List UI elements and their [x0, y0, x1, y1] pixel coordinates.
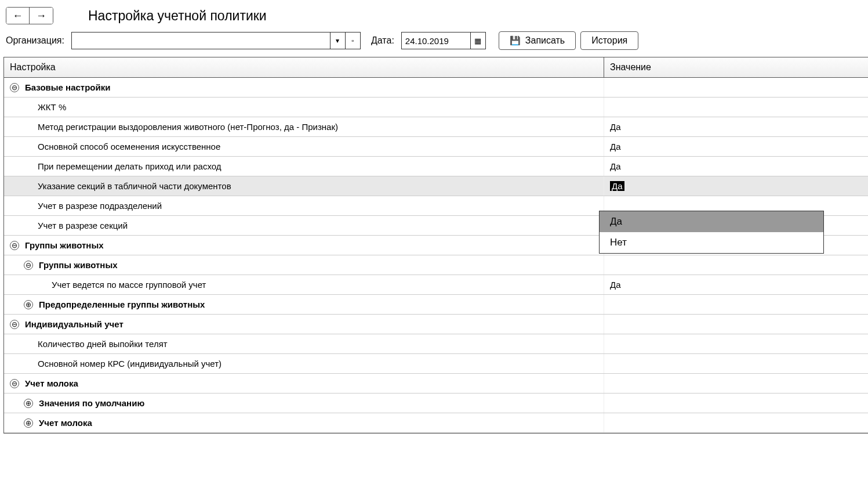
grid-row[interactable]: ⊖Индивидуальный учет: [4, 315, 868, 334]
value-cell[interactable]: [604, 393, 868, 413]
value-text: Да: [610, 122, 621, 132]
grid-row[interactable]: ⊖Группы животных: [4, 255, 868, 275]
setting-cell: Основной номер КРС (индивидуальный учет): [4, 354, 604, 373]
setting-cell: ЖКТ %: [4, 98, 604, 117]
org-open-button[interactable]: ▫: [345, 33, 360, 49]
grid-row[interactable]: ⊕Значения по умолчанию: [4, 393, 868, 413]
setting-cell: ⊖Индивидуальный учет: [4, 315, 604, 334]
setting-label: При перемещении делать приход или расход: [38, 161, 221, 171]
value-cell[interactable]: Да: [604, 117, 868, 136]
value-cell[interactable]: Да: [604, 157, 868, 176]
forward-button[interactable]: →: [30, 8, 53, 24]
value-cell[interactable]: [604, 295, 868, 314]
value-text: Да: [610, 280, 621, 290]
value-cell[interactable]: [604, 354, 868, 373]
arrow-left-icon: ←: [13, 10, 23, 22]
value-cell[interactable]: [604, 413, 868, 432]
expand-icon[interactable]: ⊕: [24, 399, 33, 408]
setting-label: Основной способ осеменения искусственное: [38, 142, 220, 151]
value-dropdown: ДаНет: [599, 211, 824, 254]
collapse-icon[interactable]: ⊖: [10, 83, 19, 92]
value-cell[interactable]: [604, 374, 868, 393]
history-button-label: История: [591, 35, 627, 46]
value-cell[interactable]: [604, 334, 868, 353]
group-label: Учет молока: [39, 418, 92, 428]
value-cell[interactable]: [604, 98, 868, 117]
setting-cell: ⊖Группы животных: [4, 255, 604, 275]
group-label: Значения по умолчанию: [39, 398, 144, 408]
setting-cell: Основной способ осеменения искусственное: [4, 137, 604, 156]
setting-cell: Указание секций в табличной части докуме…: [4, 176, 604, 196]
group-label: Базовые настройки: [25, 82, 110, 92]
setting-cell: Учет ведется по массе групповой учет: [4, 275, 604, 294]
date-picker-button[interactable]: ▦: [470, 33, 485, 49]
grid-row[interactable]: Метод регистрации выздоровления животног…: [4, 117, 868, 137]
org-input[interactable]: [72, 33, 330, 49]
grid-row[interactable]: Основной номер КРС (индивидуальный учет): [4, 354, 868, 374]
setting-cell: ⊕Предопределенные группы животных: [4, 295, 604, 314]
value-cell[interactable]: Да: [604, 275, 868, 294]
value-text: Да: [610, 161, 621, 171]
setting-label: Количество дней выпойки телят: [38, 339, 168, 349]
setting-cell: Учет в разрезе подразделений: [4, 196, 604, 215]
value-cell[interactable]: [604, 255, 868, 275]
setting-cell: ⊖Базовые настройки: [4, 78, 604, 97]
grid-row[interactable]: Количество дней выпойки телят: [4, 334, 868, 354]
date-label: Дата:: [371, 35, 394, 46]
setting-label: Учет ведется по массе групповой учет: [52, 280, 206, 290]
nav-button-group: ← →: [6, 7, 53, 24]
grid-row[interactable]: Учет ведется по массе групповой учетДа: [4, 275, 868, 295]
save-button-label: Записать: [525, 35, 565, 46]
col-header-value[interactable]: Значение: [604, 57, 868, 77]
setting-cell: Учет в разрезе секций: [4, 216, 604, 235]
collapse-icon[interactable]: ⊖: [10, 320, 19, 329]
grid-row[interactable]: ⊖Базовые настройки: [4, 78, 868, 98]
grid-row[interactable]: Основной способ осеменения искусственное…: [4, 137, 868, 157]
setting-label: Указание секций в табличной части докуме…: [38, 181, 231, 191]
save-button[interactable]: 💾 Записать: [499, 31, 576, 50]
grid-row[interactable]: ⊕Учет молока: [4, 413, 868, 433]
setting-cell: Количество дней выпойки телят: [4, 334, 604, 353]
value-cell[interactable]: [604, 78, 868, 97]
group-label: Предопределенные группы животных: [39, 299, 205, 309]
setting-cell: Метод регистрации выздоровления животног…: [4, 117, 604, 136]
dropdown-option[interactable]: Да: [600, 211, 823, 232]
group-label: Группы животных: [25, 240, 104, 250]
expand-icon[interactable]: ⊕: [24, 300, 33, 309]
setting-cell: ⊕Значения по умолчанию: [4, 393, 604, 413]
back-button[interactable]: ←: [6, 8, 30, 24]
grid-row[interactable]: ⊖Учет молока: [4, 374, 868, 393]
setting-cell: ⊕Учет молока: [4, 413, 604, 432]
dropdown-option[interactable]: Нет: [600, 232, 823, 253]
collapse-icon[interactable]: ⊖: [10, 241, 19, 250]
grid-header: Настройка Значение: [4, 57, 868, 78]
setting-cell: ⊖Учет молока: [4, 374, 604, 393]
value-cell[interactable]: Да: [604, 176, 868, 196]
collapse-icon[interactable]: ⊖: [24, 261, 33, 270]
org-dropdown-button[interactable]: ▾: [330, 33, 345, 49]
setting-label: Учет в разрезе секций: [38, 221, 128, 230]
date-input[interactable]: [402, 33, 470, 49]
grid-row[interactable]: ⊕Предопределенные группы животных: [4, 295, 868, 315]
setting-label: Учет в разрезе подразделений: [38, 201, 162, 211]
calendar-icon: ▦: [474, 37, 481, 45]
chevron-down-icon: ▾: [336, 37, 339, 45]
history-button[interactable]: История: [580, 31, 638, 50]
col-header-setting[interactable]: Настройка: [4, 57, 604, 77]
expand-icon[interactable]: ⊕: [24, 418, 33, 428]
group-label: Учет молока: [25, 378, 78, 388]
value-editing[interactable]: Да: [610, 181, 624, 191]
setting-cell: ⊖Группы животных: [4, 236, 604, 255]
grid-row[interactable]: Указание секций в табличной части докуме…: [4, 176, 868, 196]
grid-row[interactable]: ЖКТ %: [4, 98, 868, 117]
value-cell[interactable]: Да: [604, 137, 868, 156]
group-label: Индивидуальный учет: [25, 319, 124, 329]
setting-label: ЖКТ %: [38, 102, 66, 112]
grid-row[interactable]: При перемещении делать приход или расход…: [4, 157, 868, 176]
grid-body: ⊖Базовые настройкиЖКТ %Метод регистрации…: [4, 78, 868, 433]
page-title: Настройка учетной политики: [88, 8, 267, 24]
save-icon: 💾: [510, 35, 521, 46]
setting-label: Основной номер КРС (индивидуальный учет): [38, 359, 221, 369]
collapse-icon[interactable]: ⊖: [10, 379, 19, 388]
value-cell[interactable]: [604, 315, 868, 334]
